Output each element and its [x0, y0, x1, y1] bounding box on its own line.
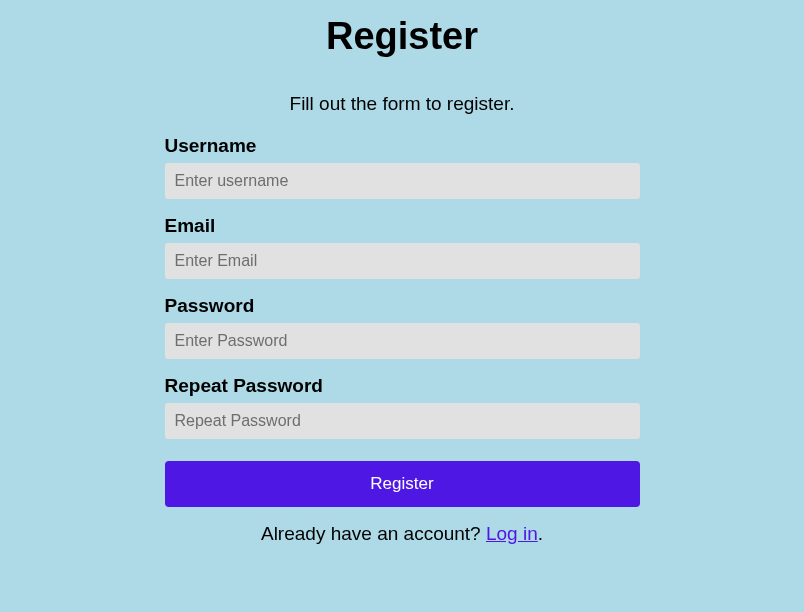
- username-label: Username: [165, 135, 640, 157]
- password-input[interactable]: [165, 323, 640, 359]
- login-link[interactable]: Log in: [486, 523, 538, 544]
- login-prompt: Already have an account? Log in.: [165, 523, 640, 545]
- email-input[interactable]: [165, 243, 640, 279]
- password-group: Password: [165, 295, 640, 359]
- username-input[interactable]: [165, 163, 640, 199]
- login-prompt-suffix: .: [538, 523, 543, 544]
- email-group: Email: [165, 215, 640, 279]
- register-form-container: Register Fill out the form to register. …: [165, 15, 640, 545]
- repeat-password-group: Repeat Password: [165, 375, 640, 439]
- page-title: Register: [165, 15, 640, 58]
- username-group: Username: [165, 135, 640, 199]
- login-prompt-text: Already have an account?: [261, 523, 486, 544]
- password-label: Password: [165, 295, 640, 317]
- repeat-password-label: Repeat Password: [165, 375, 640, 397]
- register-button[interactable]: Register: [165, 461, 640, 507]
- subtitle: Fill out the form to register.: [165, 93, 640, 115]
- email-label: Email: [165, 215, 640, 237]
- repeat-password-input[interactable]: [165, 403, 640, 439]
